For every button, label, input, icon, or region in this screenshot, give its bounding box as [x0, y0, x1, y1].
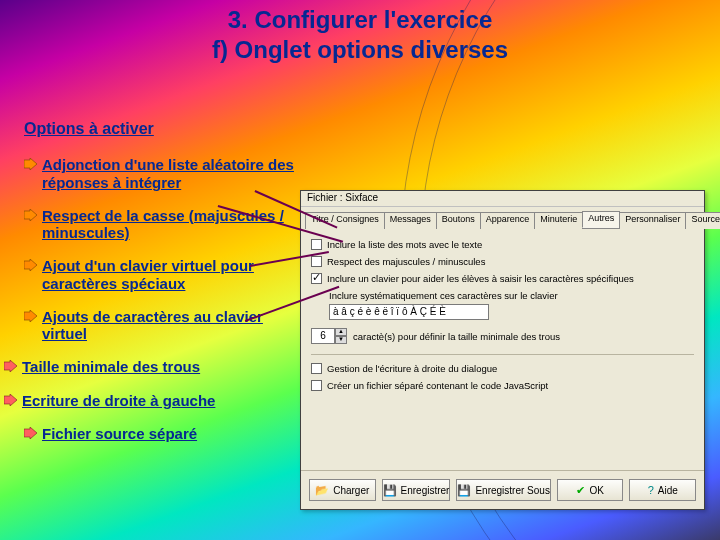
dialog-caption: Fichier : Sixface — [301, 191, 704, 207]
bullet-text: Ajout d'un clavier virtuel pour caractèr… — [42, 257, 254, 291]
svg-marker-4 — [4, 360, 17, 372]
bullet-text: Respect de la casse (majuscules / minusc… — [42, 207, 284, 241]
check-case-sensitive[interactable] — [311, 256, 322, 267]
tab-personnaliser[interactable]: Personnaliser — [619, 212, 686, 229]
check-label: Inclure un clavier pour aider les élèves… — [327, 273, 634, 284]
floppy-icon: 💾 — [383, 484, 397, 497]
bullet-item: Ajouts de caractères au clavier virtuel — [24, 308, 299, 343]
check-separate-source[interactable] — [311, 380, 322, 391]
check-include-wordlist[interactable] — [311, 239, 322, 250]
dialog-tabs: Titre / Consignes Messages Boutons Appar… — [305, 211, 700, 229]
bullet-arrow-icon — [24, 310, 38, 322]
save-as-button[interactable]: 💾 Enregistrer Sous — [456, 479, 550, 501]
ok-button[interactable]: ✔ OK — [557, 479, 624, 501]
tab-messages[interactable]: Messages — [384, 212, 437, 229]
svg-marker-6 — [24, 427, 37, 439]
check-icon: ✔ — [576, 484, 585, 497]
bullet-arrow-icon — [24, 427, 38, 439]
check-rtl[interactable] — [311, 363, 322, 374]
svg-marker-5 — [4, 394, 17, 406]
keypad-sublabel: Inclure systématiquement ces caractères … — [329, 290, 694, 301]
check-label: Inclure la liste des mots avec le texte — [327, 239, 482, 250]
tab-boutons[interactable]: Boutons — [436, 212, 481, 229]
options-dialog: Fichier : Sixface Titre / Consignes Mess… — [300, 190, 705, 510]
bullet-item: Ecriture de droite à gauche — [4, 392, 299, 409]
floppy-icon: 💾 — [457, 484, 471, 497]
svg-marker-2 — [24, 259, 37, 271]
bullet-arrow-icon — [4, 394, 18, 406]
page-title-line1: 3. Configurer l'exercice — [0, 6, 720, 34]
bullet-item: Fichier source séparé — [24, 425, 299, 442]
tab-autres[interactable]: Autres — [582, 211, 620, 228]
bullet-text: Adjonction d'une liste aléatoire des rép… — [42, 156, 294, 190]
bullet-text: Taille minimale des trous — [22, 358, 200, 375]
keypad-chars-input[interactable]: à â ç é è ê ë î ï ô À Ç É È — [329, 304, 489, 320]
check-label: Gestion de l'écriture à droite du dialog… — [327, 363, 497, 374]
check-label: Créer un fichier séparé contenant le cod… — [327, 380, 548, 391]
bullet-item: Respect de la casse (majuscules / minusc… — [24, 207, 299, 242]
svg-marker-1 — [24, 209, 37, 221]
check-label: Respect des majuscules / minuscules — [327, 256, 485, 267]
tab-apparence[interactable]: Apparence — [480, 212, 536, 229]
button-label: Charger — [333, 485, 369, 496]
section-label: Options à activer — [24, 120, 299, 138]
button-label: Enregistrer Sous — [475, 485, 549, 496]
bullet-text: Ajouts de caractères au clavier virtuel — [42, 308, 263, 342]
bullet-arrow-icon — [24, 158, 38, 170]
tab-titre[interactable]: Titre / Consignes — [305, 212, 385, 229]
help-icon: ? — [648, 484, 654, 496]
gap-min-size-input[interactable]: 6 — [311, 328, 335, 344]
bullet-arrow-icon — [4, 360, 18, 372]
bullet-text: Ecriture de droite à gauche — [22, 392, 215, 409]
spin-label: caractè(s) pour définir la taille minima… — [353, 331, 560, 342]
bullet-item: Adjonction d'une liste aléatoire des rép… — [24, 156, 299, 191]
bullet-arrow-icon — [24, 209, 38, 221]
save-button[interactable]: 💾 Enregistrer — [382, 479, 451, 501]
spin-down-icon[interactable]: ▼ — [335, 336, 347, 344]
bullet-arrow-icon — [24, 259, 38, 271]
button-label: Enregistrer — [401, 485, 450, 496]
load-button[interactable]: 📂 Charger — [309, 479, 376, 501]
bullet-text: Fichier source séparé — [42, 425, 197, 442]
help-button[interactable]: ? Aide — [629, 479, 696, 501]
button-label: Aide — [658, 485, 678, 496]
tab-source[interactable]: Source — [685, 212, 720, 229]
bullet-item: Taille minimale des trous — [4, 358, 299, 375]
spin-up-icon[interactable]: ▲ — [335, 328, 347, 336]
folder-open-icon: 📂 — [315, 484, 329, 497]
check-include-keypad[interactable] — [311, 273, 322, 284]
button-label: OK — [589, 485, 603, 496]
page-title-line2: f) Onglet options diverses — [0, 36, 720, 64]
svg-marker-3 — [24, 310, 37, 322]
tab-minuterie[interactable]: Minuterie — [534, 212, 583, 229]
svg-marker-0 — [24, 158, 37, 170]
